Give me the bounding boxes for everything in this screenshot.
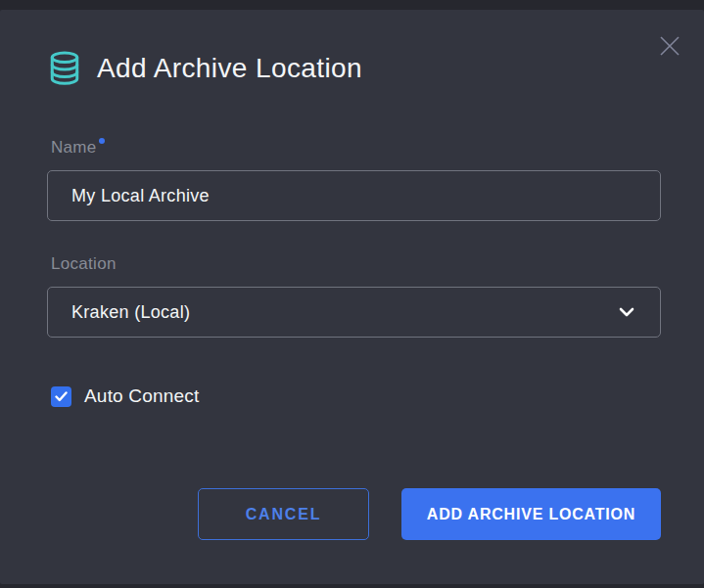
location-field-group: Location Kraken (Local)	[47, 254, 661, 338]
add-archive-location-dialog: Add Archive Location Name Location Krake…	[0, 10, 704, 584]
database-icon	[47, 50, 82, 87]
chevron-down-icon	[619, 307, 634, 317]
dialog-actions: CANCEL ADD ARCHIVE LOCATION	[47, 488, 661, 540]
auto-connect-label: Auto Connect	[84, 385, 200, 407]
auto-connect-toggle[interactable]: Auto Connect	[51, 385, 200, 407]
name-input[interactable]	[47, 170, 661, 221]
required-indicator	[99, 138, 105, 144]
location-label: Location	[51, 254, 661, 274]
location-select-value: Kraken (Local)	[71, 302, 190, 323]
close-button[interactable]	[653, 29, 686, 63]
dialog-header: Add Archive Location	[47, 50, 661, 87]
name-field-group: Name	[47, 138, 661, 221]
close-icon	[657, 33, 682, 59]
auto-connect-checkbox[interactable]	[51, 386, 71, 407]
name-label: Name	[51, 138, 661, 158]
dialog-title: Add Archive Location	[97, 53, 362, 84]
add-archive-location-button[interactable]: ADD ARCHIVE LOCATION	[401, 488, 661, 540]
cancel-button[interactable]: CANCEL	[198, 488, 369, 540]
checkmark-icon	[55, 391, 68, 402]
location-select[interactable]: Kraken (Local)	[47, 287, 661, 338]
